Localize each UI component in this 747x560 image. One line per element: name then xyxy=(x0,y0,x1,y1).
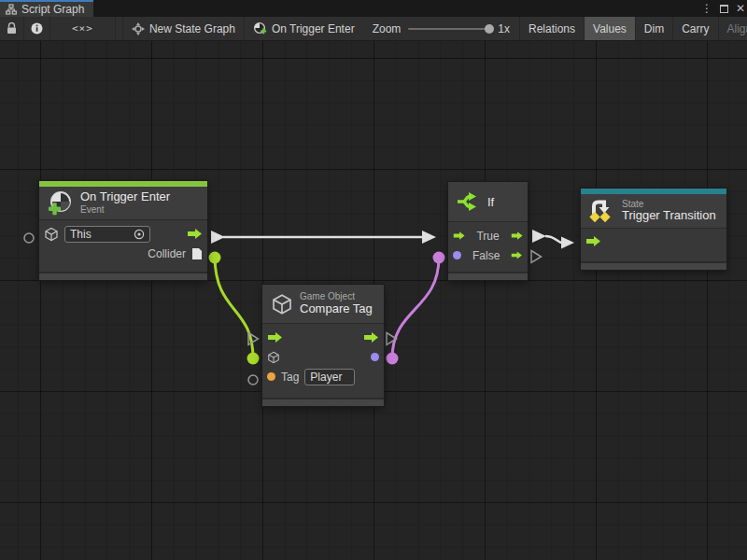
flow-input-arrow[interactable] xyxy=(585,235,601,247)
node-footer xyxy=(581,261,726,270)
node-on-trigger-enter[interactable]: On Trigger Enter Event This xyxy=(39,181,207,280)
flow-input-arrow[interactable] xyxy=(453,230,465,242)
node-subtitle: Event xyxy=(80,204,170,216)
wire-flow-trigger-to-if[interactable] xyxy=(211,231,436,244)
dim-toggle[interactable]: Dim xyxy=(636,17,673,40)
wire-flow-if-to-transition[interactable] xyxy=(532,230,574,249)
port-if-condition-input[interactable] xyxy=(433,252,445,264)
port-row-target: This xyxy=(39,224,207,244)
node-title: Trigger Transition xyxy=(622,209,716,223)
true-output-arrow[interactable] xyxy=(511,230,523,242)
relations-label: Relations xyxy=(529,22,575,35)
node-title: Compare Tag xyxy=(300,302,373,316)
zoom-value: 1x xyxy=(498,22,510,35)
tag-label: Tag xyxy=(281,371,299,384)
port-comparetag-gameobject-input[interactable] xyxy=(247,353,260,365)
graph-toolbar: <×> New State Graph On Trigger Enter Zoo… xyxy=(0,17,747,41)
lock-button[interactable] xyxy=(0,17,24,40)
false-output-arrow[interactable] xyxy=(511,249,523,261)
tag-field[interactable]: Player xyxy=(304,369,355,385)
true-label: True xyxy=(476,230,499,243)
gameobject-icon xyxy=(271,293,293,315)
graph-canvas[interactable]: On Trigger Enter Event This xyxy=(0,41,747,560)
port-comparetag-result-output[interactable] xyxy=(387,353,399,365)
graph-breadcrumb-button[interactable]: On Trigger Enter xyxy=(245,17,363,40)
port-collider-output[interactable] xyxy=(209,252,221,264)
maximize-icon[interactable] xyxy=(720,5,728,13)
state-graph-icon xyxy=(132,22,145,35)
node-trigger-transition[interactable]: State Trigger Transition xyxy=(581,189,726,270)
relations-toggle[interactable]: Relations xyxy=(520,17,585,40)
info-button[interactable] xyxy=(24,17,50,40)
flow-output-arrow[interactable] xyxy=(187,228,203,240)
target-field[interactable]: This xyxy=(64,226,150,243)
toolbar-separator xyxy=(116,17,123,40)
condition-input-port[interactable] xyxy=(453,251,461,259)
port-row-gameobject xyxy=(262,347,384,367)
node-title: If xyxy=(487,195,494,209)
code-view-button[interactable]: <×> xyxy=(50,17,116,40)
branch-icon xyxy=(457,191,481,212)
zoom-slider[interactable] xyxy=(408,28,490,30)
dim-label: Dim xyxy=(644,22,664,35)
values-toggle[interactable]: Values xyxy=(585,17,636,40)
wire-value-collider-to-comparetag[interactable] xyxy=(209,252,260,365)
tab-bar: Script Graph ⋮ ✕ xyxy=(0,0,747,17)
info-icon xyxy=(31,22,43,35)
object-picker-icon[interactable] xyxy=(134,229,145,240)
tag-value: Player xyxy=(310,371,342,384)
align-dropdown[interactable]: Align ▼ xyxy=(719,17,747,40)
flow-input-arrow[interactable] xyxy=(267,331,283,343)
toolbar-toggles: Relations Values Dim Carry Align ▼ Distr… xyxy=(519,17,747,40)
node-if[interactable]: If True False xyxy=(448,182,528,280)
wire-value-comparetag-to-if[interactable] xyxy=(387,252,445,365)
carry-label: Carry xyxy=(682,22,709,35)
collider-label: Collider xyxy=(148,247,186,260)
port-comparetag-tag-input[interactable] xyxy=(248,375,258,385)
transition-icon xyxy=(589,199,615,223)
bool-output-port[interactable] xyxy=(371,353,379,361)
port-row-true: True xyxy=(448,226,528,245)
port-comparetag-flow-input[interactable] xyxy=(248,333,259,345)
zoom-label: Zoom xyxy=(373,22,402,35)
script-graph-window: Script Graph ⋮ ✕ <×> xyxy=(0,0,747,560)
flow-output-arrow[interactable] xyxy=(363,331,379,343)
port-row-flow xyxy=(262,328,384,347)
target-value: This xyxy=(70,228,92,241)
close-icon[interactable]: ✕ xyxy=(736,2,745,15)
port-trigger-target-input[interactable] xyxy=(24,233,34,243)
zoom-slider-knob[interactable] xyxy=(485,24,494,34)
port-comparetag-flow-output[interactable] xyxy=(387,333,397,345)
tab-title: Script Graph xyxy=(21,3,84,16)
node-footer xyxy=(39,272,207,280)
values-label: Values xyxy=(593,22,627,35)
node-header: Game Object Compare Tag xyxy=(262,285,384,324)
node-header: On Trigger Enter Event xyxy=(39,187,207,220)
carry-toggle[interactable]: Carry xyxy=(673,17,718,40)
code-icon: <×> xyxy=(59,22,106,35)
port-row-collider: Collider xyxy=(39,244,207,263)
port-if-false-output[interactable] xyxy=(531,251,542,263)
zoom-control: Zoom 1x xyxy=(363,17,519,40)
event-mini-icon xyxy=(253,21,267,35)
node-compare-tag[interactable]: Game Object Compare Tag xyxy=(262,285,384,406)
gameobject-port-icon[interactable] xyxy=(267,351,280,364)
align-label: Align xyxy=(727,22,747,35)
lock-icon xyxy=(7,22,17,35)
node-footer xyxy=(262,398,384,406)
new-state-graph-button[interactable]: New State Graph xyxy=(123,17,245,40)
port-row-tag: Tag Player xyxy=(262,367,384,386)
node-header: State Trigger Transition xyxy=(581,194,726,229)
node-footer xyxy=(448,272,528,280)
port-row-false: False xyxy=(448,245,528,265)
graph-breadcrumb-label: On Trigger Enter xyxy=(272,22,355,35)
window-menu-icon[interactable]: ⋮ xyxy=(701,2,712,15)
tab-script-graph[interactable]: Script Graph xyxy=(0,0,93,17)
false-label: False xyxy=(472,249,500,262)
new-state-graph-label: New State Graph xyxy=(149,22,235,35)
node-title: On Trigger Enter xyxy=(80,190,170,204)
collider-type-icon xyxy=(191,247,203,260)
event-icon xyxy=(48,190,74,217)
node-header: If xyxy=(448,182,528,222)
string-input-port[interactable] xyxy=(267,372,275,381)
